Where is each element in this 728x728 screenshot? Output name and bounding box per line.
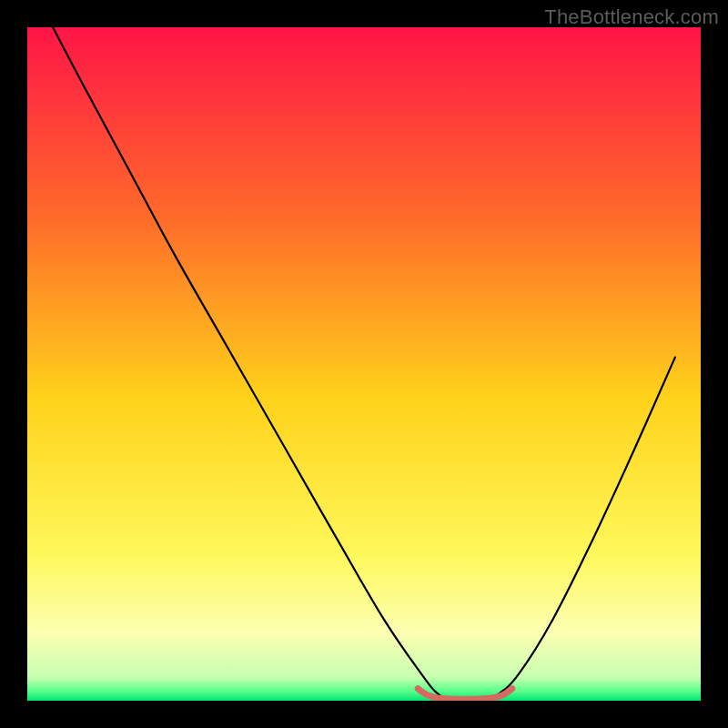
watermark-text: TheBottleneck.com xyxy=(544,5,719,29)
bottleneck-chart xyxy=(0,0,728,728)
chart-background-gradient xyxy=(27,27,701,701)
